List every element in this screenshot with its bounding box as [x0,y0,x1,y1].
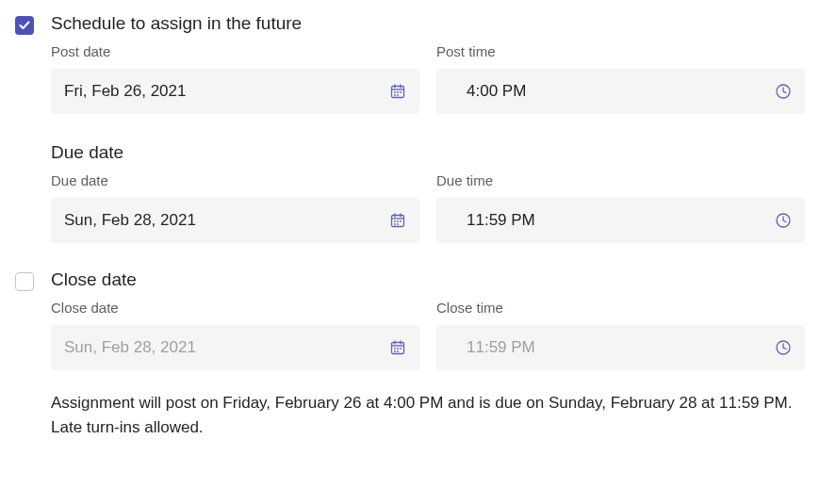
due-row: Due date Sun, Feb 28, 2021 [51,172,805,243]
close-date-label: Close date [51,300,419,316]
svg-point-17 [394,223,396,225]
svg-point-24 [394,348,396,350]
svg-point-18 [397,223,399,225]
checkbox-column [15,269,51,291]
clock-icon [775,339,792,356]
post-time-value: 4:00 PM [467,82,526,101]
svg-point-15 [397,220,399,222]
due-title: Due date [51,142,805,163]
svg-point-7 [394,94,396,96]
close-time-field: Close time 11:59 PM [436,300,805,370]
clock-icon [775,212,792,229]
close-date-value: Sun, Feb 28, 2021 [64,338,196,357]
post-date-label: Post date [51,43,419,59]
post-date-value: Fri, Feb 26, 2021 [64,82,186,101]
close-time-label: Close time [436,300,805,316]
close-content: Close date Close date Sun, Feb 28, 2021 [51,269,805,370]
close-title: Close date [51,269,805,290]
due-time-input[interactable]: 11:59 PM [436,198,805,243]
svg-point-5 [397,91,399,93]
svg-point-27 [394,350,396,352]
close-row: Close date Sun, Feb 28, 2021 [51,300,805,370]
due-date-label: Due date [51,172,419,188]
svg-point-25 [397,348,399,350]
close-date-input[interactable]: Sun, Feb 28, 2021 [51,325,419,370]
clock-icon [775,83,792,100]
calendar-icon [389,83,406,100]
close-time-value: 11:59 PM [467,338,535,357]
svg-point-8 [397,94,399,96]
summary-text: Assignment will post on Friday, February… [15,391,805,439]
svg-point-6 [400,91,402,93]
checkmark-icon [18,19,31,32]
schedule-section: Schedule to assign in the future Post da… [15,13,805,243]
schedule-content: Schedule to assign in the future Post da… [51,13,805,243]
close-time-input[interactable]: 11:59 PM [436,325,805,370]
close-section: Close date Close date Sun, Feb 28, 2021 [15,269,805,370]
due-time-value: 11:59 PM [467,211,535,230]
due-date-input[interactable]: Sun, Feb 28, 2021 [51,198,419,243]
schedule-title: Schedule to assign in the future [51,13,805,34]
schedule-checkbox[interactable] [15,16,34,35]
close-date-field: Close date Sun, Feb 28, 2021 [51,300,419,370]
close-checkbox[interactable] [15,272,34,291]
calendar-icon [389,339,406,356]
post-time-input[interactable]: 4:00 PM [436,69,805,114]
svg-point-26 [400,348,402,350]
due-date-value: Sun, Feb 28, 2021 [64,211,196,230]
checkbox-column [15,13,51,35]
svg-point-16 [400,220,402,222]
svg-point-4 [394,91,396,93]
due-time-field: Due time 11:59 PM [436,172,805,243]
post-date-field: Post date Fri, Feb 26, 2021 [51,43,419,114]
post-date-input[interactable]: Fri, Feb 26, 2021 [51,69,419,114]
calendar-icon [389,212,406,229]
svg-point-14 [394,220,396,222]
svg-point-28 [397,350,399,352]
post-time-field: Post time 4:00 PM [436,43,805,114]
post-time-label: Post time [436,43,805,59]
post-row: Post date Fri, Feb 26, 2021 [51,43,805,114]
due-time-label: Due time [436,172,805,188]
due-date-field: Due date Sun, Feb 28, 2021 [51,172,419,243]
